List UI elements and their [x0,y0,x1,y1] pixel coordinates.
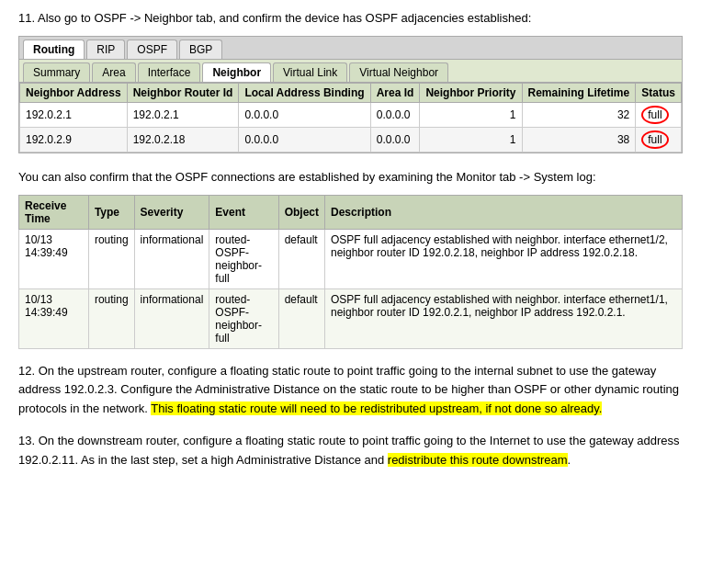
log-table: Receive Time Type Severity Event Object … [18,195,683,349]
ospf-tab-widget: Routing RIP OSPF BGP Summary Area Interf… [18,36,683,153]
tab-virtual-neighbor[interactable]: Virtual Neighbor [349,62,448,82]
cell-time: 10/13 14:39:49 [19,288,89,348]
tab-ospf[interactable]: OSPF [127,40,177,59]
monitor-intro-text: You can also confirm that the OSPF conne… [18,168,683,187]
cell-local-addr: 0.0.0.0 [239,102,370,127]
col-area-id: Area Id [370,83,420,102]
step-12-number: 12. [18,364,35,378]
step-12-highlight: This floating static route will need to … [151,401,602,415]
cell-severity: informational [134,288,209,348]
col-type: Type [88,195,134,229]
cell-status: full [636,127,682,152]
cell-router-id: 192.0.2.18 [127,127,239,152]
cell-local-addr: 0.0.0.0 [239,127,370,152]
step-13-number: 13. [18,434,35,447]
tab-routing[interactable]: Routing [23,40,85,59]
col-neighbor-router-id: Neighbor Router Id [127,83,239,102]
cell-description: OSPF full adjacency established with nei… [325,288,683,348]
step-11-text: Also go to OSPF -> Neighbor tab, and con… [38,11,531,25]
col-description: Description [325,195,683,229]
cell-event: routed-OSPF-neighbor-full [209,288,278,348]
step-13-text: 13. On the downstream router, configure … [18,432,683,470]
neighbor-table: Neighbor Address Neighbor Router Id Loca… [19,83,682,153]
col-local-address-binding: Local Address Binding [239,83,370,102]
tab-neighbor[interactable]: Neighbor [202,62,271,82]
tab-virtual-link[interactable]: Virtual Link [273,62,347,82]
tab-summary[interactable]: Summary [23,62,90,82]
table-row: 10/13 14:39:49 routing informational rou… [19,229,683,288]
cell-priority: 1 [420,102,522,127]
tab-interface[interactable]: Interface [138,62,201,82]
tab-area[interactable]: Area [92,62,135,82]
table-row: 192.0.2.9 192.0.2.18 0.0.0.0 0.0.0.0 1 3… [20,127,682,152]
inner-tab-row: Summary Area Interface Neighbor Virtual … [19,60,682,83]
step-11-number: 11. [18,11,35,25]
tab-bgp[interactable]: BGP [179,40,222,59]
cell-lifetime: 38 [522,127,636,152]
step-12: 12. On the upstream router, configure a … [18,362,683,419]
cell-object: default [278,288,324,348]
step-13-period: . [568,453,571,467]
table-row: 10/13 14:39:49 routing informational rou… [19,288,683,348]
tab-rip[interactable]: RIP [86,40,125,59]
cell-severity: informational [134,229,209,288]
step-12-text: 12. On the upstream router, configure a … [18,362,683,419]
cell-type: routing [88,288,134,348]
cell-object: default [278,229,324,288]
col-severity: Severity [134,195,209,229]
step-13-normal-text: On the downstream router, configure a fl… [18,434,680,467]
cell-status: full [636,102,682,127]
col-object: Object [278,195,324,229]
cell-router-id: 192.0.2.1 [127,102,239,127]
cell-area-id: 0.0.0.0 [370,102,420,127]
outer-tab-row: Routing RIP OSPF BGP [19,37,682,60]
cell-neighbor-addr: 192.0.2.9 [20,127,128,152]
step-11-intro: 11. Also go to OSPF -> Neighbor tab, and… [18,9,683,28]
col-remaining-lifetime: Remaining Lifetime [522,83,636,102]
cell-type: routing [88,229,134,288]
step-13-highlight: redistribute this route downstream [388,453,568,467]
col-receive-time: Receive Time [19,195,89,229]
status-full-circle: full [641,130,668,149]
table-row: 192.0.2.1 192.0.2.1 0.0.0.0 0.0.0.0 1 32… [20,102,682,127]
cell-area-id: 0.0.0.0 [370,127,420,152]
col-neighbor-address: Neighbor Address [20,83,128,102]
status-full-circle: full [641,106,668,124]
cell-priority: 1 [420,127,522,152]
step-11: 11. Also go to OSPF -> Neighbor tab, and… [18,9,683,349]
cell-time: 10/13 14:39:49 [19,229,89,288]
col-neighbor-priority: Neighbor Priority [420,83,522,102]
cell-description: OSPF full adjacency established with nei… [325,229,683,288]
cell-neighbor-addr: 192.0.2.1 [20,102,128,127]
col-status: Status [636,83,682,102]
step-13: 13. On the downstream router, configure … [18,432,683,470]
cell-lifetime: 32 [522,102,636,127]
cell-event: routed-OSPF-neighbor-full [209,229,278,288]
neighbor-table-header-row: Neighbor Address Neighbor Router Id Loca… [20,83,682,102]
col-event: Event [209,195,278,229]
log-header-row: Receive Time Type Severity Event Object … [19,195,683,229]
